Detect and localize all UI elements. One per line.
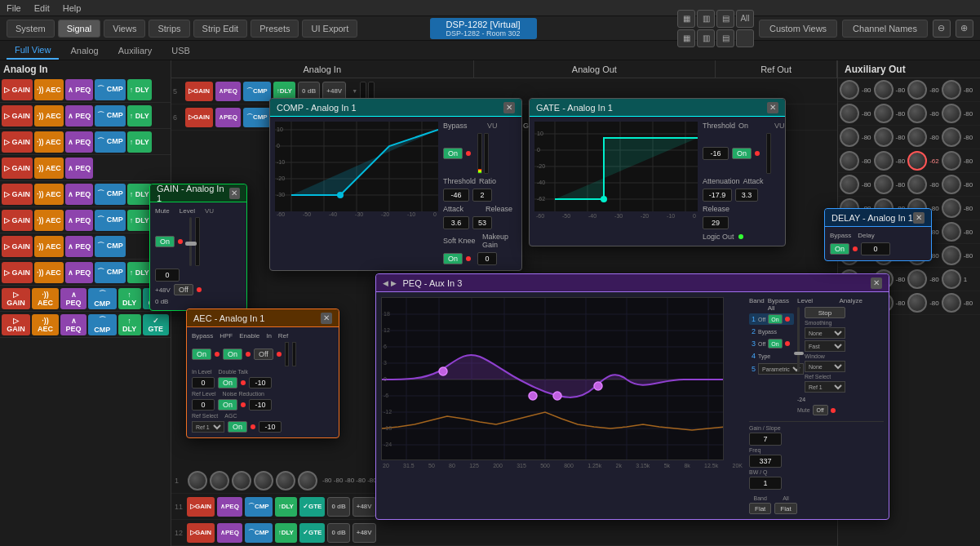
aec-btn-6[interactable]: ·)) AEC bbox=[34, 210, 64, 231]
ch5-cmp[interactable]: ⌒CMP bbox=[243, 82, 271, 101]
gate-release-input[interactable] bbox=[703, 216, 729, 229]
aec-enable-off-btn[interactable]: Off bbox=[254, 348, 273, 360]
custom-views-button[interactable]: Custom Views bbox=[759, 20, 837, 38]
menu-file[interactable]: File bbox=[7, 3, 21, 13]
view-icon-5[interactable]: ▥ bbox=[697, 29, 715, 47]
gain-close-button[interactable]: ✕ bbox=[229, 188, 241, 199]
aux-dial-4-2[interactable] bbox=[874, 151, 894, 171]
ch12-48v[interactable]: +48V bbox=[353, 523, 376, 543]
cmp-btn-7[interactable]: ⌒ CMP bbox=[95, 236, 126, 257]
dly-btn-9[interactable]: ↑ DLY bbox=[118, 288, 141, 309]
ch11-48v[interactable]: +48V bbox=[353, 497, 376, 517]
aux-dial-5-4[interactable] bbox=[942, 175, 961, 194]
aec-reflevel-input[interactable] bbox=[192, 399, 215, 411]
ch12-peq[interactable]: ∧PEQ bbox=[217, 523, 242, 543]
aec-btn-1[interactable]: ·)) AEC bbox=[34, 79, 64, 100]
aux-dial-4-3[interactable] bbox=[907, 151, 927, 171]
peq-btn-6[interactable]: ∧ PEQ bbox=[65, 210, 94, 231]
comp-ratio-input[interactable] bbox=[472, 189, 492, 202]
aux-dial-10-3[interactable] bbox=[907, 293, 927, 313]
dly-btn-8[interactable]: ↑ DLY bbox=[127, 262, 152, 283]
peq-close-button[interactable]: ✕ bbox=[871, 277, 882, 289]
aux-dial-6-4[interactable] bbox=[942, 198, 961, 218]
dly-btn-2[interactable]: ↑ DLY bbox=[127, 105, 152, 127]
peq-band3-btn[interactable]: On bbox=[768, 339, 782, 348]
aux-dial-9-4[interactable] bbox=[942, 269, 961, 289]
toolbar-strips[interactable]: Strips bbox=[149, 20, 189, 38]
aux-dial-1-2[interactable] bbox=[874, 80, 894, 100]
ch12-cmp[interactable]: ⌒CMP bbox=[245, 523, 273, 543]
view-icon-6[interactable]: ▤ bbox=[716, 29, 734, 47]
aec-close-button[interactable]: ✕ bbox=[321, 313, 332, 324]
aux-dial-3-1[interactable] bbox=[840, 127, 859, 147]
gain-phantom-off-btn[interactable]: Off bbox=[174, 284, 193, 295]
ch11-0db[interactable]: 0 dB bbox=[327, 497, 349, 517]
aec-refselect-select[interactable]: Ref 1 bbox=[192, 421, 224, 433]
ch5-gain[interactable]: ▷GAIN bbox=[185, 82, 213, 101]
delay-title-bar[interactable]: DELAY - Analog In 1 ✕ bbox=[825, 209, 931, 227]
aux-dial-1-3[interactable] bbox=[907, 80, 927, 100]
toolbar-signal[interactable]: Signal bbox=[58, 20, 101, 38]
aec-btn-10[interactable]: ·)) AEC bbox=[32, 314, 59, 335]
tab-full-view[interactable]: Full View bbox=[7, 42, 59, 60]
peq-btn-4[interactable]: ∧ PEQ bbox=[65, 158, 94, 179]
ch11-cmp[interactable]: ⌒CMP bbox=[245, 497, 273, 517]
aux-dial-1-1[interactable] bbox=[840, 80, 859, 100]
comp-threshold-input[interactable] bbox=[443, 189, 469, 202]
dly-btn-6[interactable]: ↑ DLY bbox=[127, 210, 152, 231]
aux-dial-9-3[interactable] bbox=[907, 269, 927, 289]
aec-agc-on-btn[interactable]: On bbox=[228, 421, 247, 433]
cmp-btn-3[interactable]: ⌒ CMP bbox=[95, 131, 126, 153]
gate-attenuation-input[interactable] bbox=[703, 189, 732, 202]
peq-mute-off-btn[interactable]: Off bbox=[813, 405, 828, 415]
zoom-out-button[interactable]: ⊖ bbox=[933, 20, 951, 38]
dly-btn-1[interactable]: ↑ DLY bbox=[127, 79, 152, 100]
aux-dial-3-2[interactable] bbox=[874, 127, 894, 147]
aec-btn-2[interactable]: ·)) AEC bbox=[34, 105, 64, 127]
cmp-btn-5[interactable]: ⌒ CMP bbox=[95, 184, 126, 205]
ch1-dial-5[interactable] bbox=[276, 471, 295, 491]
ch12-0db[interactable]: 0 dB bbox=[327, 523, 349, 543]
cmp-btn-6[interactable]: ⌒ CMP bbox=[95, 210, 126, 231]
peq-btn-8[interactable]: ∧ PEQ bbox=[65, 262, 94, 283]
ch1-dial-1[interactable] bbox=[188, 471, 207, 491]
dly-btn-3[interactable]: ↑ DLY bbox=[127, 131, 152, 153]
aux-dial-5-1[interactable] bbox=[840, 175, 859, 194]
dly-btn-5[interactable]: ↑ DLY bbox=[127, 184, 152, 205]
gain-btn-6[interactable]: ▷ GAIN bbox=[2, 210, 33, 231]
aux-dial-10-4[interactable] bbox=[942, 293, 961, 313]
peq-btn-7[interactable]: ∧ PEQ bbox=[65, 236, 94, 257]
peq-gainslope-input[interactable] bbox=[749, 433, 782, 446]
comp-bypass-on-btn[interactable]: On bbox=[443, 148, 463, 159]
aec-agc-input[interactable] bbox=[259, 421, 282, 433]
comp-attack-input[interactable] bbox=[443, 216, 469, 229]
ch6-peq[interactable]: ∧PEQ bbox=[215, 108, 241, 127]
peq-bwq-input[interactable] bbox=[749, 477, 782, 490]
zoom-in-button[interactable]: ⊕ bbox=[956, 20, 973, 38]
menu-edit[interactable]: Edit bbox=[34, 3, 50, 13]
view-icon-3[interactable]: ▤ bbox=[716, 10, 734, 28]
peq-smoothing-select[interactable]: None bbox=[805, 327, 845, 339]
aux-dial-5-3[interactable] bbox=[907, 175, 927, 194]
delay-bypass-on-btn[interactable]: On bbox=[830, 243, 849, 255]
gain-btn-8[interactable]: ▷ GAIN bbox=[2, 262, 33, 283]
aux-dial-8-4[interactable] bbox=[942, 246, 961, 265]
aux-dial-3-3[interactable] bbox=[907, 127, 927, 147]
peq-btn-3[interactable]: ∧ PEQ bbox=[65, 131, 94, 153]
aec-dt-input[interactable] bbox=[249, 377, 272, 388]
peq-refselect-select[interactable]: Ref 1 bbox=[805, 381, 845, 393]
aux-dial-4-1[interactable] bbox=[840, 151, 859, 171]
ch6-gain[interactable]: ▷GAIN bbox=[185, 108, 213, 127]
ch5-peq[interactable]: ∧PEQ bbox=[215, 82, 241, 101]
peq-band1-btn[interactable]: On bbox=[768, 314, 782, 324]
gain-btn-3[interactable]: ▷ GAIN bbox=[2, 131, 33, 153]
ch12-gte[interactable]: ✓GTE bbox=[299, 523, 325, 543]
tab-analog[interactable]: Analog bbox=[62, 42, 106, 60]
peq-stop-btn[interactable]: Stop bbox=[805, 307, 845, 318]
ch1-dial-6[interactable] bbox=[298, 471, 317, 491]
menu-help[interactable]: Help bbox=[63, 3, 82, 13]
aec-btn-8[interactable]: ·)) AEC bbox=[34, 262, 64, 283]
gate-attack-input[interactable] bbox=[735, 189, 758, 202]
tab-usb[interactable]: USB bbox=[163, 42, 198, 60]
gain-btn-5[interactable]: ▷ GAIN bbox=[2, 184, 33, 205]
